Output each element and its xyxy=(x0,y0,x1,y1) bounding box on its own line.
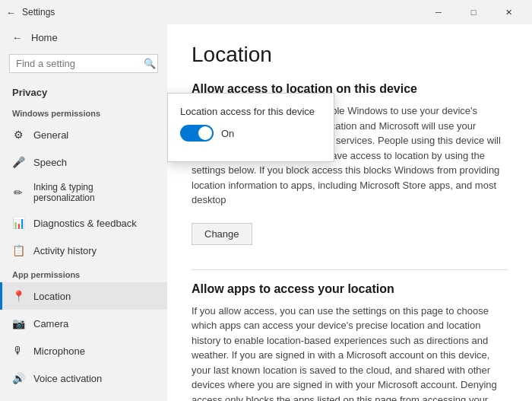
popup-toggle-row: On xyxy=(180,125,321,142)
popup-toggle-label: On xyxy=(221,128,234,139)
voice-icon: 🔊 xyxy=(12,372,24,384)
maximize-button[interactable]: □ xyxy=(456,0,491,24)
sidebar-item-inking[interactable]: ✏ Inking & typing personalization xyxy=(0,176,167,209)
windows-permissions-label: Windows permissions xyxy=(0,103,167,121)
app-permissions-label: App permissions xyxy=(0,264,167,282)
main-content: Location access for this device On Locat… xyxy=(167,24,532,401)
section2-description: If you allow access, you can use the set… xyxy=(192,304,508,402)
sidebar-item-label: Diagnostics & feedback xyxy=(33,218,137,229)
divider1 xyxy=(192,269,508,270)
settings-back-icon: ← xyxy=(6,7,16,18)
sidebar-item-label: Inking & typing personalization xyxy=(33,182,155,203)
page-title: Location xyxy=(192,43,508,67)
section2-title: Allow apps to access your location xyxy=(192,282,508,296)
sidebar-item-label: Speech xyxy=(33,157,67,168)
activity-icon: 📋 xyxy=(12,244,24,256)
location-icon: 📍 xyxy=(12,290,24,302)
minimize-button[interactable]: ─ xyxy=(421,0,456,24)
sidebar-item-label: Microphone xyxy=(33,345,85,357)
back-arrow-icon: ← xyxy=(12,32,22,43)
popup-title: Location access for this device xyxy=(180,106,321,117)
camera-icon: 📷 xyxy=(12,317,24,329)
sidebar-item-label: Camera xyxy=(33,318,68,329)
sidebar-back-button[interactable]: ← Home xyxy=(0,24,167,51)
sidebar: ← Home 🔍 Privacy Windows permissions ⚙ G… xyxy=(0,24,167,401)
location-device-toggle[interactable] xyxy=(180,125,214,142)
diagnostics-icon: 📊 xyxy=(12,217,24,229)
location-access-popup: Location access for this device On xyxy=(167,93,334,162)
general-icon: ⚙ xyxy=(12,129,24,141)
titlebar-left: ← Settings xyxy=(6,7,55,18)
app-container: ← Home 🔍 Privacy Windows permissions ⚙ G… xyxy=(0,24,532,401)
sidebar-item-location[interactable]: 📍 Location xyxy=(0,282,167,310)
sidebar-item-label: Activity history xyxy=(33,245,97,256)
speech-icon: 🎤 xyxy=(12,156,24,168)
sidebar-item-speech[interactable]: 🎤 Speech xyxy=(0,148,167,176)
search-icon: 🔍 xyxy=(144,58,156,69)
sidebar-item-label: Voice activation xyxy=(33,373,102,384)
sidebar-item-voice[interactable]: 🔊 Voice activation xyxy=(0,364,167,392)
sidebar-item-diagnostics[interactable]: 📊 Diagnostics & feedback xyxy=(0,209,167,237)
close-button[interactable]: ✕ xyxy=(491,0,526,24)
sidebar-item-label: General xyxy=(33,129,68,141)
titlebar-controls: ─ □ ✕ xyxy=(421,0,526,24)
search-input[interactable] xyxy=(16,58,144,69)
titlebar: ← Settings ─ □ ✕ xyxy=(0,0,532,24)
sidebar-item-microphone[interactable]: 🎙 Microphone xyxy=(0,337,167,364)
sidebar-item-label: Location xyxy=(33,291,71,302)
change-button[interactable]: Change xyxy=(192,223,252,245)
sidebar-item-camera[interactable]: 📷 Camera xyxy=(0,310,167,337)
inking-icon: ✏ xyxy=(12,186,24,199)
titlebar-title: Settings xyxy=(22,7,55,18)
sidebar-back-label: Home xyxy=(31,32,58,43)
sidebar-item-activity[interactable]: 📋 Activity history xyxy=(0,237,167,264)
microphone-icon: 🎙 xyxy=(12,345,24,357)
sidebar-search-box[interactable]: 🔍 xyxy=(9,54,158,73)
sidebar-item-general[interactable]: ⚙ General xyxy=(0,121,167,148)
privacy-label: Privacy xyxy=(0,82,167,103)
